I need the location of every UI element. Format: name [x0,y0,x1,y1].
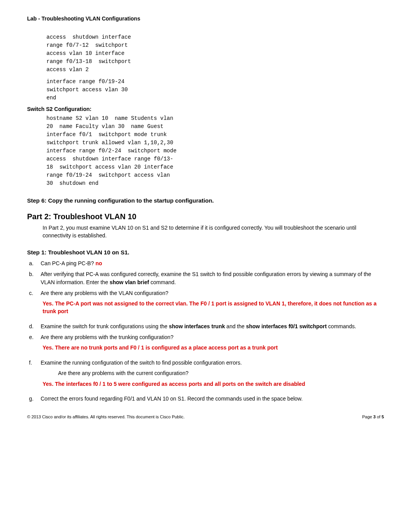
item-b-text2: command. [149,279,176,285]
footer-page-info: Page 3 of 5 [362,414,384,419]
item-b: b. After verifying that PC-A was configu… [29,270,384,286]
item-e: e. Are there any problems with the trunk… [29,333,384,341]
item-a-content: Can PC-A ping PC-B? no [41,259,384,267]
s2-config-heading: Switch S2 Configuration: [27,106,384,112]
item-g: g. Correct the errors found regarding F0… [29,395,384,402]
item-f-question: Examine the running configuration of the… [41,359,384,367]
code-block-2: interface range f0/19-24 switchport acce… [46,78,384,102]
part-2-intro: In Part 2, you must examine VLAN 10 on S… [43,224,384,239]
item-c-answer: Yes. The PC-A port was not assigned to t… [43,300,384,315]
item-d-t1: Examine the switch for trunk configurati… [41,323,169,329]
item-f-marker: f. [29,359,41,367]
item-a: a. Can PC-A ping PC-B? no [29,259,384,267]
item-f-answer: Yes. The interfaces f0 / 1 to 5 were con… [43,380,384,388]
footer-total: 5 [382,414,384,419]
item-d-cmd1: show interfaces trunk [169,323,225,329]
item-a-question: Can PC-A ping PC-B? [41,260,96,266]
item-b-text1: After verifying that PC-A was configured… [41,271,371,285]
item-c-question: Are there any problems with the VLAN con… [41,289,384,297]
footer-copyright: © 2013 Cisco and/or its affiliates. All … [27,414,185,419]
step-1-heading: Step 1: Troubleshoot VLAN 10 on S1. [27,249,384,256]
item-f-subquestion: Are there any problems with the current … [58,370,384,377]
page-footer: © 2013 Cisco and/or its affiliates. All … [27,414,384,419]
item-b-marker: b. [29,270,41,286]
item-a-marker: a. [29,259,41,267]
item-g-question: Correct the errors found regarding F0/1 … [41,395,384,402]
item-d-t2: and the [225,323,246,329]
item-c: c. Are there any problems with the VLAN … [29,289,384,297]
code-block-1: access shutdown interface range f0/7-12 … [46,33,384,74]
item-f: f. Examine the running configuration of … [29,359,384,367]
s2-code-block: hostname S2 vlan 10 name Students vlan 2… [46,114,384,188]
item-e-question: Are there any problems with the trunking… [41,333,384,341]
item-e-answer: Yes. There are no trunk ports and F0 / 1… [43,344,384,352]
item-a-answer: no [96,260,102,266]
footer-page-prefix: Page [362,414,373,419]
item-c-marker: c. [29,289,41,297]
part-2-heading: Part 2: Troubleshoot VLAN 10 [27,212,384,221]
item-d-marker: d. [29,322,41,330]
item-d-t3: commands. [327,323,356,329]
footer-of: of [376,414,382,419]
item-d: d. Examine the switch for trunk configur… [29,322,384,330]
item-d-cmd2: show interfaces f0/1 switchport [246,323,327,329]
page-header: Lab - Troubleshooting VLAN Configuration… [27,15,384,22]
item-e-marker: e. [29,333,41,341]
item-b-cmd: show vlan brief [110,279,149,285]
item-g-marker: g. [29,395,41,402]
item-b-content: After verifying that PC-A was configured… [41,270,384,286]
step-6-heading: Step 6: Copy the running configuration t… [27,197,384,204]
item-d-content: Examine the switch for trunk configurati… [41,322,384,330]
